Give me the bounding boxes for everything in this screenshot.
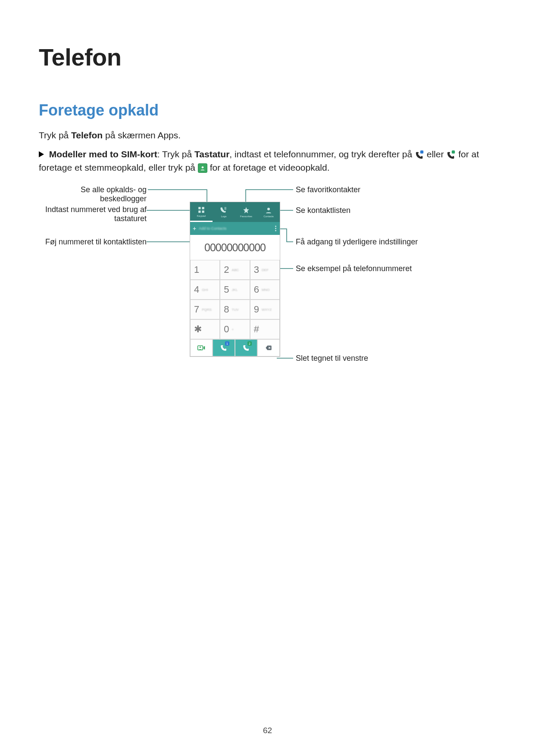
- backspace-button[interactable]: [257, 339, 280, 356]
- key-7[interactable]: 7PQRS: [190, 300, 220, 319]
- annotation-call-log: Se alle opkalds- og beskedlogger: [39, 185, 147, 203]
- tab-keypad[interactable]: Keypad: [190, 202, 213, 222]
- svg-rect-0: [420, 150, 423, 153]
- dialer-mock: Keypad Logs Favourites Contacts + Add to…: [190, 202, 280, 357]
- key-sublabel: MNO: [262, 288, 270, 292]
- key-8[interactable]: 8TUV: [220, 300, 250, 319]
- text: for at foretage et videoopkald.: [210, 162, 330, 172]
- svg-rect-13: [202, 210, 204, 212]
- key-5[interactable]: 5JKL: [220, 280, 250, 300]
- tab-label: Keypad: [197, 215, 206, 217]
- more-options-icon[interactable]: [275, 226, 276, 231]
- key-digit: 4: [194, 284, 199, 295]
- backspace-icon: [264, 344, 273, 351]
- text: : Tryk på: [157, 149, 194, 159]
- add-to-contacts-label: Add to Contacts: [199, 226, 226, 231]
- key-6[interactable]: 6MNO: [250, 280, 280, 300]
- plus-icon: +: [193, 225, 196, 232]
- sim2-badge: 2: [247, 341, 252, 346]
- keypad-icon: [197, 206, 205, 214]
- keypad: 12ABC3DEF4GHI5JKL6MNO7PQRS8TUV9WXYZ✱0+#: [190, 260, 280, 339]
- key-9[interactable]: 9WXYZ: [250, 300, 280, 319]
- svg-rect-11: [202, 207, 204, 209]
- text-bold: Telefon: [71, 130, 103, 140]
- annotation-options: Få adgang til yderligere indstillinger: [296, 237, 425, 247]
- key-sublabel: ABC: [232, 268, 239, 272]
- contact-icon: [265, 206, 272, 214]
- video-call-button[interactable]: [190, 339, 213, 356]
- key-#[interactable]: #: [250, 319, 280, 339]
- svg-rect-1: [452, 150, 455, 153]
- key-digit: 3: [254, 264, 259, 275]
- key-digit: 6: [254, 284, 259, 295]
- call-sim2-button[interactable]: 2: [235, 339, 257, 356]
- svg-point-14: [267, 208, 270, 210]
- tab-favourites[interactable]: Favourites: [235, 202, 257, 222]
- key-sublabel: GHI: [202, 288, 208, 292]
- number-display: 00000000000: [190, 235, 280, 260]
- section-heading: Foretage opkald: [39, 101, 496, 119]
- key-2[interactable]: 2ABC: [220, 260, 250, 280]
- dual-sim-paragraph: Modeller med to SIM-kort: Tryk på Tastat…: [39, 148, 496, 174]
- call-sim1-icon: [415, 150, 424, 160]
- key-digit: 2: [224, 264, 229, 275]
- annotation-favourites: Se favoritkontakter: [296, 185, 425, 194]
- text: Tryk på: [39, 130, 71, 140]
- key-1[interactable]: 1: [190, 260, 220, 280]
- key-sublabel: +: [232, 328, 234, 331]
- text: eller: [427, 149, 447, 159]
- sim1-badge: 1: [225, 341, 229, 346]
- text: på skærmen Apps.: [103, 130, 181, 140]
- svg-rect-10: [198, 207, 200, 209]
- key-digit: 0: [224, 324, 229, 335]
- bullet-triangle-icon: [39, 151, 44, 157]
- key-3[interactable]: 3DEF: [250, 260, 280, 280]
- key-sublabel: WXYZ: [262, 308, 272, 312]
- text: , indtast et telefonnummer, og tryk dere…: [229, 149, 415, 159]
- intro-paragraph: Tryk på Telefon på skærmen Apps.: [39, 129, 496, 142]
- key-sublabel: PQRS: [202, 308, 212, 312]
- video-call-icon: [198, 163, 207, 173]
- key-0[interactable]: 0+: [220, 319, 250, 339]
- key-sublabel: JKL: [232, 288, 238, 292]
- page-number: 62: [0, 726, 535, 735]
- page-title: Telefon: [39, 43, 496, 71]
- key-digit: ✱: [194, 324, 202, 335]
- text-bold: Tastatur: [194, 149, 229, 159]
- key-digit: 8: [224, 304, 229, 315]
- tab-label: Favourites: [240, 215, 252, 218]
- annotation-backspace: Slet tegnet til venstre: [296, 354, 425, 363]
- tab-label: Logs: [221, 215, 226, 218]
- svg-rect-12: [198, 210, 200, 212]
- key-sublabel: DEF: [262, 268, 269, 272]
- annotation-number-preview: Se eksempel på telefonnummeret: [296, 264, 451, 273]
- key-digit: 5: [224, 284, 229, 295]
- star-icon: [242, 206, 250, 214]
- action-row: 1 2: [190, 339, 280, 356]
- key-digit: 7: [194, 304, 199, 315]
- call-sim2-icon: [446, 150, 456, 160]
- annotation-contacts: Se kontaktlisten: [296, 206, 425, 215]
- dialer-diagram: Se alle opkalds- og beskedlogger Indtast…: [39, 180, 496, 404]
- tab-logs[interactable]: Logs: [213, 202, 235, 222]
- video-call-icon: [197, 344, 206, 352]
- svg-point-16: [200, 347, 201, 348]
- key-digit: #: [254, 324, 259, 335]
- tab-contacts[interactable]: Contacts: [257, 202, 280, 222]
- logs-icon: [220, 206, 228, 214]
- tab-label: Contacts: [263, 215, 274, 218]
- key-4[interactable]: 4GHI: [190, 280, 220, 300]
- annotation-add-contact: Føj nummeret til kontaktlisten: [39, 237, 147, 247]
- key-sublabel: TUV: [232, 308, 239, 312]
- dialer-tabs: Keypad Logs Favourites Contacts: [190, 202, 280, 222]
- key-✱[interactable]: ✱: [190, 319, 220, 339]
- svg-point-2: [202, 166, 204, 169]
- add-to-contacts-row[interactable]: + Add to Contacts: [190, 222, 280, 235]
- annotation-keypad: Indtast nummeret ved brug af tastaturet: [39, 205, 147, 223]
- key-digit: 1: [194, 264, 199, 275]
- key-digit: 9: [254, 304, 259, 315]
- text-bold: Modeller med to SIM-kort: [49, 149, 157, 159]
- call-sim1-button[interactable]: 1: [213, 339, 235, 356]
